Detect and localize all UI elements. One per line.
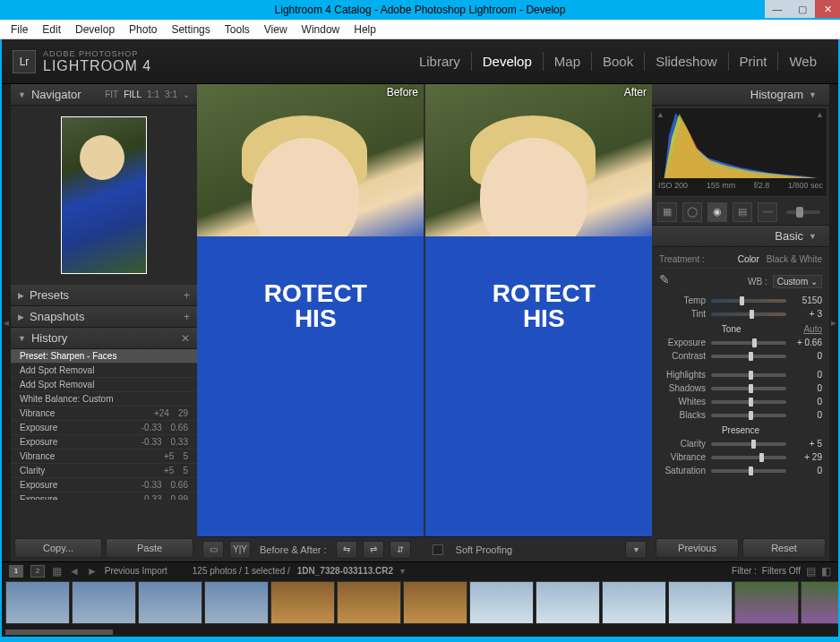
- filmstrip-thumb[interactable]: [469, 581, 534, 624]
- redeye-tool-icon[interactable]: ◉: [707, 202, 727, 222]
- tint-slider[interactable]: Tint+ 3: [659, 307, 822, 321]
- basic-header[interactable]: Basic ▼: [652, 226, 829, 247]
- history-item[interactable]: Clarity+55: [11, 464, 197, 478]
- minimize-button[interactable]: —: [765, 0, 790, 18]
- maximize-button[interactable]: ▢: [790, 0, 815, 18]
- spot-removal-icon[interactable]: ◯: [682, 202, 702, 222]
- wb-select[interactable]: Custom ⌄: [773, 275, 822, 288]
- before-pane[interactable]: Before ROTECTHIS: [197, 84, 424, 536]
- shadows-slider[interactable]: Shadows0: [659, 381, 822, 395]
- history-header[interactable]: ▼ History ✕: [11, 328, 197, 349]
- menu-settings[interactable]: Settings: [164, 21, 217, 38]
- filter-switch-icon[interactable]: ◧: [821, 565, 831, 578]
- history-item[interactable]: Add Spot Removal: [11, 364, 197, 378]
- module-print[interactable]: Print: [729, 52, 779, 71]
- clear-history-icon[interactable]: ✕: [181, 332, 190, 345]
- histogram[interactable]: ▲ ▲ ISO 200 155 mm f/2.8 1/800 sec: [654, 107, 827, 197]
- module-map[interactable]: Map: [544, 52, 592, 71]
- presets-header[interactable]: ▶ Presets +: [11, 285, 197, 306]
- snapshots-header[interactable]: ▶ Snapshots +: [11, 306, 197, 328]
- display-1-button[interactable]: 1: [9, 565, 23, 578]
- after-pane[interactable]: After ROTECTHIS: [425, 84, 652, 536]
- history-item[interactable]: Vibrance+55: [11, 449, 197, 464]
- clarity-value[interactable]: + 5: [792, 439, 822, 449]
- filmstrip-thumb[interactable]: [337, 581, 401, 624]
- loupe-view-button[interactable]: ▭: [202, 541, 224, 559]
- tint-value[interactable]: + 3: [792, 309, 822, 319]
- filmstrip-thumb[interactable]: [138, 581, 202, 624]
- exposure-slider[interactable]: Exposure+ 0.66: [659, 336, 822, 349]
- filmstrip-thumb[interactable]: [403, 581, 467, 624]
- filter-lock-icon[interactable]: ▤: [806, 565, 816, 578]
- module-library[interactable]: Library: [408, 52, 472, 71]
- source-label[interactable]: Previous Import: [105, 566, 167, 576]
- filmstrip-thumb[interactable]: [204, 581, 269, 624]
- menu-window[interactable]: Window: [295, 21, 347, 38]
- graduated-filter-icon[interactable]: ▤: [733, 202, 752, 222]
- history-item[interactable]: Exposure-0.330.33: [11, 435, 197, 449]
- history-item[interactable]: White Balance: Custom: [11, 392, 197, 407]
- add-snapshot-icon[interactable]: +: [184, 311, 190, 323]
- vibrance-value[interactable]: + 29: [792, 452, 822, 462]
- module-develop[interactable]: Develop: [472, 52, 544, 71]
- module-slideshow[interactable]: Slideshow: [645, 52, 728, 71]
- menu-develop[interactable]: Develop: [68, 21, 122, 38]
- menu-file[interactable]: File: [4, 21, 35, 38]
- treatment-bw[interactable]: Black & White: [767, 254, 822, 264]
- filmstrip-thumb[interactable]: [801, 581, 838, 624]
- filmstrip-thumb[interactable]: [734, 581, 799, 624]
- auto-tone-button[interactable]: Auto: [803, 324, 822, 334]
- zoom-fit[interactable]: FIT: [105, 90, 118, 99]
- zoom-1-1[interactable]: 1:1: [147, 90, 159, 99]
- adjustment-brush-icon[interactable]: 〰: [758, 202, 777, 222]
- temp-slider[interactable]: Temp5150: [659, 294, 822, 307]
- menu-tools[interactable]: Tools: [218, 21, 257, 38]
- menu-edit[interactable]: Edit: [35, 21, 68, 38]
- copy-button[interactable]: Copy...: [14, 538, 102, 558]
- filmstrip-thumb[interactable]: [536, 581, 600, 624]
- filter-value[interactable]: Filters Off: [762, 566, 801, 576]
- previous-button[interactable]: Previous: [656, 538, 739, 558]
- white-balance-eyedropper-icon[interactable]: ✎: [659, 272, 677, 290]
- before-after-view-button[interactable]: Y|Y: [229, 541, 251, 559]
- tool-slider[interactable]: [786, 210, 820, 214]
- filmstrip[interactable]: [2, 579, 838, 629]
- history-item[interactable]: Vibrance+2429: [11, 407, 197, 421]
- zoom-fill[interactable]: FILL: [124, 90, 141, 99]
- treatment-color[interactable]: Color: [738, 254, 759, 264]
- history-item[interactable]: Exposure-0.330.66: [11, 421, 197, 435]
- toolbar-menu-button[interactable]: ▾: [625, 541, 647, 559]
- module-web[interactable]: Web: [778, 52, 827, 71]
- left-panel-toggle[interactable]: ◄: [2, 84, 11, 561]
- paste-button[interactable]: Paste: [106, 538, 193, 558]
- menu-help[interactable]: Help: [347, 21, 383, 38]
- exposure-value[interactable]: + 0.66: [792, 338, 822, 347]
- vibrance-slider[interactable]: Vibrance+ 29: [659, 450, 822, 464]
- whites-value[interactable]: 0: [792, 397, 822, 407]
- shadows-value[interactable]: 0: [792, 383, 822, 393]
- temp-value[interactable]: 5150: [792, 295, 822, 305]
- saturation-value[interactable]: 0: [792, 466, 822, 475]
- next-photo-icon[interactable]: ►: [87, 565, 98, 578]
- filmstrip-scrollbar[interactable]: [2, 629, 838, 637]
- contrast-slider[interactable]: Contrast0: [659, 349, 822, 363]
- right-panel-toggle[interactable]: ►: [829, 84, 838, 561]
- menu-photo[interactable]: Photo: [122, 21, 164, 38]
- menu-view[interactable]: View: [257, 21, 295, 38]
- zoom-3-1[interactable]: 3:1: [165, 90, 177, 99]
- history-item[interactable]: Exposure-0.330.99: [11, 492, 197, 500]
- contrast-value[interactable]: 0: [792, 351, 822, 361]
- module-book[interactable]: Book: [592, 52, 645, 71]
- whites-slider[interactable]: Whites0: [659, 395, 822, 408]
- soft-proofing-checkbox[interactable]: [433, 544, 443, 555]
- saturation-slider[interactable]: Saturation0: [659, 464, 822, 477]
- close-button[interactable]: ✕: [815, 0, 840, 18]
- blacks-value[interactable]: 0: [792, 410, 822, 420]
- clarity-slider[interactable]: Clarity+ 5: [659, 437, 822, 450]
- add-preset-icon[interactable]: +: [184, 289, 190, 302]
- grid-view-icon[interactable]: ▦: [52, 565, 62, 578]
- highlights-value[interactable]: 0: [792, 370, 822, 380]
- prev-photo-icon[interactable]: ◄: [69, 565, 80, 578]
- crop-tool-icon[interactable]: ▦: [657, 202, 677, 222]
- history-item[interactable]: Add Spot Removal: [11, 378, 197, 392]
